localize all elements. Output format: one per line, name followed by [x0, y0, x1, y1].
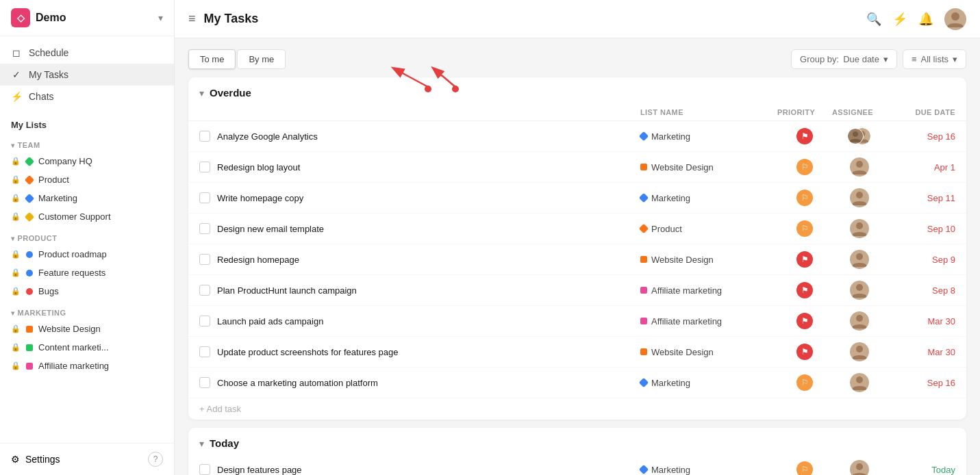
task-checkbox[interactable]	[199, 464, 210, 475]
task-checkbox[interactable]	[199, 131, 210, 142]
marketing-section-header[interactable]: ▾ MARKETING	[0, 300, 174, 320]
assignee-cell	[832, 188, 887, 207]
svg-point-1	[951, 12, 959, 21]
sidebar-list-bugs[interactable]: 🔒 Bugs	[0, 282, 174, 300]
lock-icon: 🔒	[11, 250, 21, 259]
section-chevron-icon[interactable]: ▾	[199, 438, 204, 449]
list-label-product-roadmap: Product roadmap	[38, 249, 107, 259]
sidebar-chevron-icon[interactable]: ▾	[158, 12, 163, 23]
task-checkbox[interactable]	[199, 316, 210, 326]
list-label-bugs: Bugs	[38, 286, 59, 296]
task-checkbox[interactable]	[199, 285, 210, 296]
toolbar: To me By me	[188, 49, 966, 69]
task-checkbox[interactable]	[199, 162, 210, 172]
task-row: Update product screenshots for features …	[188, 337, 966, 368]
group-by-button[interactable]: Group by: Due date ▾	[791, 49, 897, 69]
list-icon: ≡	[912, 54, 917, 64]
list-color-content-marketing	[26, 344, 33, 351]
priority-badge: ⚑	[796, 251, 813, 268]
svg-point-17	[856, 253, 863, 260]
task-checkbox[interactable]	[199, 192, 210, 203]
user-avatar[interactable]	[944, 8, 966, 30]
task-name-cell: Design features page	[199, 464, 640, 475]
section-chevron-icon[interactable]: ▾	[199, 88, 204, 99]
task-row: Redesign blog layout Website Design ⚐ Ap…	[188, 152, 966, 183]
svg-point-13	[856, 192, 863, 198]
list-name: Affiliate marketing	[651, 316, 722, 326]
product-section-header[interactable]: ▾ PRODUCT	[0, 226, 174, 245]
col-task-name	[199, 108, 640, 116]
task-name-cell: Analyze Google Analytics	[199, 131, 640, 142]
task-name-cell: Choose a marketing automation platform	[199, 377, 640, 388]
due-date-cell: Sep 10	[887, 224, 955, 234]
product-section-label: PRODUCT	[18, 234, 58, 242]
list-color-company-hq	[25, 156, 34, 166]
list-color-product-roadmap	[26, 251, 33, 258]
sidebar-list-company-hq[interactable]: 🔒 Company HQ	[0, 152, 174, 170]
my-lists-label: My Lists	[0, 113, 174, 133]
overdue-section-header: ▾ Overdue	[188, 77, 966, 104]
task-name: Choose a marketing automation platform	[217, 378, 378, 388]
bolt-icon[interactable]: ⚡	[892, 12, 907, 27]
list-label-feature-requests: Feature requests	[38, 268, 105, 278]
tab-by-me[interactable]: By me	[237, 49, 286, 69]
page-title: My Tasks	[204, 12, 259, 26]
tab-group: To me By me	[188, 49, 286, 69]
svg-point-23	[856, 346, 863, 352]
priority-badge: ⚑	[796, 313, 813, 329]
lock-icon: 🔒	[11, 343, 21, 352]
group-by-value: Due date	[843, 54, 879, 64]
team-section-header[interactable]: ▾ TEAM	[0, 133, 174, 152]
sidebar-list-feature-requests[interactable]: 🔒 Feature requests	[0, 264, 174, 282]
sidebar-list-product-roadmap[interactable]: 🔒 Product roadmap	[0, 245, 174, 264]
search-icon[interactable]: 🔍	[866, 12, 881, 27]
priority-badge: ⚑	[796, 128, 813, 144]
svg-point-25	[856, 376, 863, 383]
task-checkbox[interactable]	[199, 346, 210, 357]
app-logo[interactable]: ◇ Demo	[11, 8, 66, 27]
list-color-dot	[640, 287, 647, 294]
sidebar-list-website-design[interactable]: 🔒 Website Design	[0, 320, 174, 338]
bell-icon[interactable]: 🔔	[918, 12, 933, 27]
lock-icon: 🔒	[11, 175, 21, 184]
sidebar-list-product[interactable]: 🔒 Product	[0, 170, 174, 189]
due-date-cell: Mar 30	[887, 347, 955, 357]
tab-to-me[interactable]: To me	[188, 49, 236, 69]
col-due-date: DUE DATE	[887, 108, 955, 116]
today-tasks-list: Design features page Marketing ⚐ Today	[188, 454, 966, 475]
task-checkbox[interactable]	[199, 223, 210, 234]
sidebar-item-chats[interactable]: ⚡ Chats	[0, 86, 174, 107]
all-lists-button[interactable]: ≡ All lists ▾	[903, 49, 966, 69]
chevron-down-icon: ▾	[11, 235, 15, 242]
sidebar-item-my-tasks[interactable]: ✓ My Tasks	[0, 64, 174, 86]
help-icon[interactable]: ?	[148, 452, 163, 467]
task-checkbox[interactable]	[199, 254, 210, 265]
task-name: Redesign homepage	[217, 255, 299, 265]
sidebar-list-marketing[interactable]: 🔒 Marketing	[0, 189, 174, 207]
task-name-cell: Write homepage copy	[199, 192, 640, 203]
settings-link[interactable]: ⚙ Settings	[11, 454, 60, 465]
sidebar-list-content-marketing[interactable]: 🔒 Content marketi...	[0, 338, 174, 357]
toolbar-area: To me By me	[188, 49, 966, 69]
overdue-tasks-list: Analyze Google Analytics Marketing ⚑ Sep…	[188, 121, 966, 398]
sidebar-label-chats: Chats	[29, 91, 54, 102]
assignee-cell	[832, 250, 887, 269]
content-area: To me By me	[175, 38, 980, 475]
assignee-cell	[832, 460, 887, 475]
task-checkbox[interactable]	[199, 377, 210, 388]
assignee-avatar	[850, 373, 869, 392]
sidebar-list-customer-support[interactable]: 🔒 Customer Support	[0, 207, 174, 226]
list-color-dot	[639, 378, 649, 387]
sidebar-item-schedule[interactable]: ◻ Schedule	[0, 42, 174, 64]
priority-cell: ⚑	[777, 282, 832, 298]
calendar-icon: ◻	[11, 47, 22, 58]
priority-cell: ⚑	[777, 251, 832, 268]
assignee-avatar	[850, 157, 869, 177]
add-task-row[interactable]: + Add task	[188, 398, 966, 420]
all-lists-label: All lists	[921, 54, 948, 64]
menu-icon[interactable]: ≡	[188, 12, 196, 26]
task-name: Design new email template	[217, 224, 324, 234]
lock-icon: 🔒	[11, 287, 21, 296]
task-row: Launch paid ads campaign Affiliate marke…	[188, 306, 966, 337]
sidebar-list-affiliate-marketing[interactable]: 🔒 Affiliate marketing	[0, 357, 174, 375]
